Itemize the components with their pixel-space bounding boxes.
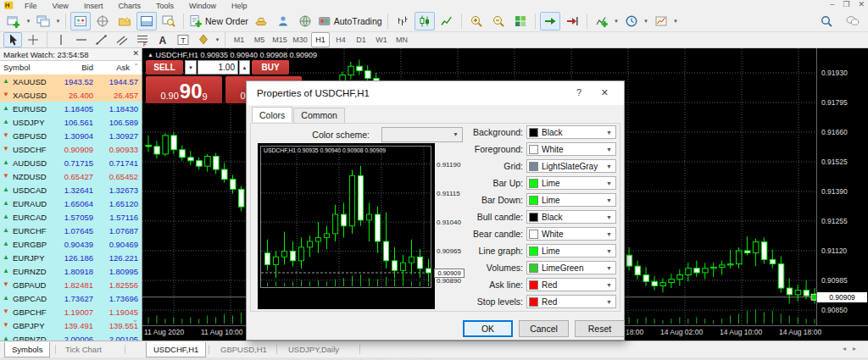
volume-input[interactable]: 1.00 [198, 60, 238, 75]
periods-dropdown-icon[interactable]: ▼ [643, 13, 650, 30]
strategy-tester-button[interactable] [159, 12, 179, 30]
volume-up-icon[interactable]: ▲ [239, 60, 250, 75]
reset-button[interactable]: Reset [575, 320, 625, 337]
zoom-in-button[interactable] [466, 12, 487, 30]
field-select[interactable]: White▼ [526, 227, 616, 241]
field-select[interactable]: Black▼ [526, 210, 616, 224]
timeframe-d1-button[interactable]: D1 [352, 32, 370, 47]
timeframe-mn-button[interactable]: MN [392, 32, 411, 47]
market-watch-list[interactable]: ▲XAUUSD1943.521944.57▼XAGUSD26.40026.457… [0, 75, 142, 341]
market-watch-row-usdchf[interactable]: ▼USDCHF0.909090.90933 [0, 142, 142, 156]
field-select[interactable]: Lime▼ [526, 244, 616, 258]
timeframe-h1-button[interactable]: H1 [311, 32, 330, 47]
dialog-tab-colors[interactable]: Colors [252, 107, 292, 122]
chart-minimize-button[interactable]: – [830, 0, 834, 8]
auto-scroll-button[interactable] [540, 12, 560, 30]
field-select[interactable]: LimeGreen▼ [526, 261, 616, 274]
profiles-dropdown-icon[interactable]: ▼ [54, 13, 62, 30]
field-select[interactable]: Red▼ [526, 278, 616, 291]
scroll-up-icon[interactable]: ⌃ [133, 63, 139, 70]
new-chart-dropdown-icon[interactable]: ▼ [25, 13, 32, 30]
dialog-tab-common[interactable]: Common [293, 108, 345, 123]
chart-close-button[interactable]: ✕ [858, 0, 865, 8]
terminal-button[interactable] [136, 12, 157, 30]
ok-button[interactable]: OK [463, 320, 513, 337]
chart-tab-usdjpy-daily[interactable]: USDJPY,Daily [281, 342, 346, 357]
market-watch-row-eurgbp[interactable]: ▲EURGBP0.904390.90469 [0, 237, 142, 251]
market-watch-row-eurchf[interactable]: ▲EURCHF1.076451.07687 [0, 224, 142, 237]
tab-scroll-left-icon[interactable]: ◂ [843, 345, 853, 352]
timeframe-m5-button[interactable]: M5 [250, 32, 269, 47]
dialog-close-button[interactable]: ✕ [601, 87, 609, 98]
market-watch-row-audusd[interactable]: ▲AUDUSD0.717150.71741 [0, 156, 142, 169]
line-chart-button[interactable] [437, 12, 457, 30]
market-watch-row-gbpcad[interactable]: ▲GBPCAD1.736271.73696 [0, 291, 142, 305]
market-watch-row-gbpjpy[interactable]: ▼GBPJPY139.491139.551 [0, 318, 142, 332]
menu-view[interactable]: View [45, 2, 76, 10]
zoom-out-button[interactable] [488, 12, 509, 30]
field-select[interactable]: Red▼ [526, 295, 616, 308]
col-bid[interactable]: Bid [49, 63, 93, 72]
horizontal-line-button[interactable] [72, 32, 91, 47]
market-watch-row-usdcad[interactable]: ▲USDCAD1.326411.32673 [0, 183, 142, 197]
timeframe-h4-button[interactable]: H4 [331, 32, 350, 47]
field-select[interactable]: White▼ [526, 142, 616, 156]
market-watch-row-gbpnzd[interactable]: ▲GBPNZD2.000062.00105 [0, 332, 142, 341]
candlestick-chart-button[interactable] [415, 12, 435, 30]
timeframe-w1-button[interactable]: W1 [372, 32, 391, 47]
sell-price-panel[interactable]: 0.90909 [146, 76, 222, 103]
volume-dropdown-icon[interactable]: ▼ [185, 60, 197, 75]
vertical-line-button[interactable] [52, 32, 70, 47]
bar-chart-button[interactable] [392, 12, 413, 30]
col-ask[interactable]: Ask [96, 63, 130, 72]
navigator-button[interactable] [114, 12, 135, 30]
chat-button[interactable] [843, 12, 863, 30]
tab-scroll-right-icon[interactable]: ▸ [853, 345, 863, 352]
chart-restore-button[interactable]: ❐ [843, 0, 849, 8]
market-watch-row-xauusd[interactable]: ▲XAUUSD1943.521944.57 [0, 75, 142, 88]
menu-file[interactable]: File [17, 2, 45, 10]
templates-button[interactable] [651, 12, 671, 30]
field-select[interactable]: LightSlateGray▼ [526, 159, 616, 173]
menu-insert[interactable]: Insert [76, 2, 111, 10]
menu-charts[interactable]: Charts [110, 2, 148, 10]
col-symbol[interactable]: Symbol [3, 63, 31, 72]
cursor-button[interactable] [3, 32, 22, 47]
menu-tools[interactable]: Tools [148, 2, 181, 10]
market-watch-row-eurnzd[interactable]: ▲EURNZD1.809181.80995 [0, 264, 142, 278]
arrows-button[interactable] [194, 32, 213, 47]
market-watch-row-euraud[interactable]: ▲EURAUD1.650641.65120 [0, 197, 142, 210]
market-watch-button[interactable] [70, 12, 91, 30]
dialog-help-button[interactable]: ? [576, 87, 581, 97]
mql5-community-button[interactable] [295, 12, 315, 30]
market-watch-row-eurcad[interactable]: ▲EURCAD1.570591.57116 [0, 210, 142, 224]
timeframe-m30-button[interactable]: M30 [291, 32, 309, 47]
collapse-arrow-icon[interactable]: ▲ [147, 52, 153, 58]
panel-tab-symbols[interactable]: Symbols [4, 342, 50, 357]
tab-scroll-arrows[interactable]: ◂▸ [843, 345, 863, 352]
panel-tab-tick-chart[interactable]: Tick Chart [58, 342, 108, 357]
menu-help[interactable]: Help [224, 2, 255, 10]
market-watch-row-usdjpy[interactable]: ▲USDJPY106.561106.589 [0, 115, 142, 129]
arrows-dropdown-icon[interactable]: ▼ [214, 31, 221, 48]
dialog-title-bar[interactable]: Properties of USDCHF,H1 [247, 81, 624, 105]
cancel-button[interactable]: Cancel [519, 320, 569, 337]
field-select[interactable]: Black▼ [526, 125, 616, 139]
field-select[interactable]: Lime▼ [526, 193, 616, 207]
equidistant-channel-button[interactable] [113, 32, 131, 47]
chart-shift-button[interactable] [562, 12, 582, 30]
new-order-button[interactable]: New Order [188, 12, 249, 30]
profiles-button[interactable] [33, 12, 53, 30]
crosshair-button[interactable] [24, 32, 42, 47]
chart-tab-gbpusd-h1[interactable]: GBPUSD,H1 [214, 342, 274, 357]
buy-button[interactable]: BUY [252, 60, 289, 75]
templates-dropdown-icon[interactable]: ▼ [672, 13, 680, 30]
periods-button[interactable] [621, 12, 642, 30]
market-watch-close-icon[interactable]: ✕ [132, 49, 139, 58]
market-watch-row-gbpchf[interactable]: ▼GBPCHF1.190071.19045 [0, 305, 142, 318]
timeframe-m1-button[interactable]: M1 [230, 32, 248, 47]
text-label-button[interactable]: T [174, 32, 192, 47]
chart-tab-usdchf-h1[interactable]: USDCHF,H1 [146, 342, 206, 357]
search-button[interactable] [816, 12, 837, 30]
new-chart-button[interactable] [3, 12, 24, 30]
